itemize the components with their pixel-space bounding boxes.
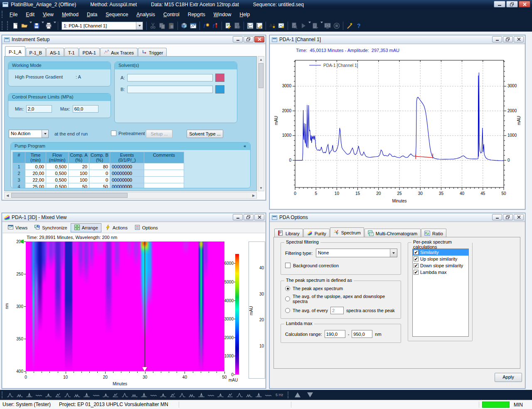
restore-button[interactable] — [244, 214, 254, 220]
tab-t-1[interactable]: T-1 — [64, 48, 79, 56]
report-view-icon[interactable] — [233, 21, 242, 30]
menu-item-sequence[interactable]: Sequence — [101, 10, 132, 19]
menubar-grip[interactable] — [2, 11, 4, 18]
radio-button[interactable] — [285, 286, 290, 291]
pump-cell[interactable]: 25,00 — [25, 183, 46, 189]
group-peaks-icon[interactable] — [225, 391, 235, 399]
solvent-type-button[interactable]: Solvent Type ... — [187, 130, 223, 138]
chart-window-icon[interactable] — [189, 21, 198, 30]
annotation-icon[interactable]: AA — [268, 21, 277, 30]
solvent-b-field[interactable] — [127, 86, 213, 93]
minimize-button[interactable] — [494, 1, 505, 7]
open-icon-dropdown[interactable] — [29, 23, 32, 28]
function-icon[interactable]: f — [202, 21, 211, 30]
tab-spectrum[interactable]: Spectrum — [330, 227, 364, 237]
report-run-icon[interactable] — [311, 21, 320, 30]
per-peak-item[interactable]: ✔Lambda max — [413, 269, 468, 276]
menu-item-analysis[interactable]: Analysis — [132, 10, 159, 19]
restore-button[interactable] — [503, 214, 513, 220]
spectra-count-field[interactable] — [330, 307, 344, 314]
mixed-view-titlebar[interactable]: PDA-1 [3D] - Mixed View — [2, 213, 266, 222]
pump-cell[interactable]: 00000000 — [110, 177, 144, 183]
collapse-button[interactable]: « — [244, 143, 246, 150]
tab-trigger[interactable]: Trigger — [138, 48, 167, 56]
channel-selector[interactable]: 1: PDA-1 [Channel 1] — [62, 22, 143, 30]
pump-cell[interactable]: 0,500 — [46, 177, 69, 183]
per-peak-item[interactable]: ✔Similarity — [413, 249, 468, 256]
chromatogram-titlebar[interactable]: PDA-1 [Channel 1] — [270, 35, 525, 44]
menu-item-help[interactable]: Help — [235, 10, 254, 19]
close-button[interactable] — [519, 1, 530, 7]
pump-cell[interactable]: 00000000 — [110, 183, 144, 189]
half-peak-icon[interactable] — [197, 391, 206, 399]
tangent-skim-icon[interactable] — [216, 391, 225, 399]
item-checkbox[interactable]: ✔ — [414, 250, 419, 255]
pump-cell[interactable]: 50 — [69, 183, 89, 189]
pump-program-table[interactable]: # Time(min)Flow(ml/min)Comp. A(%)Comp. B… — [12, 152, 184, 188]
tab-p-1-a[interactable]: P-1_A — [5, 46, 25, 56]
peak-spectrum-option[interactable]: The avg. of everyspectra across the peak — [285, 307, 399, 314]
menu-item-reports[interactable]: Reports — [184, 10, 209, 19]
pump-cell[interactable] — [144, 177, 184, 183]
minimize-button[interactable] — [492, 214, 502, 220]
manual-noise-icon[interactable] — [187, 391, 197, 399]
negative-peak-icon[interactable] — [168, 391, 177, 399]
restore-button[interactable] — [506, 1, 518, 7]
solvent-b-color-swatch[interactable] — [215, 85, 224, 94]
pump-cell[interactable]: 2 — [13, 170, 25, 177]
arrange-button[interactable]: Arrange — [71, 223, 101, 232]
pump-cell[interactable]: 0,500 — [46, 170, 69, 177]
report-run-icon-dropdown[interactable] — [320, 23, 323, 28]
pump-cell[interactable]: 100 — [69, 170, 89, 177]
filtering-type-select[interactable]: None — [316, 249, 397, 257]
width-peak-icon[interactable] — [235, 391, 244, 399]
area-sum-icon[interactable] — [206, 391, 216, 399]
print-icon-dropdown[interactable] — [53, 23, 56, 28]
background-correction-checkbox[interactable] — [285, 263, 291, 268]
solvent-a-field[interactable] — [127, 74, 213, 81]
minimize-button[interactable] — [492, 36, 502, 42]
split-peak-icon[interactable] — [63, 391, 72, 399]
scrollbar-thumb[interactable] — [259, 63, 264, 88]
tab-purity[interactable]: Purity — [303, 229, 330, 237]
spectrum-pane[interactable]: 40302010mAU — [249, 241, 265, 379]
function-edit-icon[interactable]: f — [211, 21, 220, 30]
pump-cell[interactable] — [144, 170, 184, 177]
actions-button[interactable]: Actions — [101, 223, 131, 232]
pump-cell[interactable]: 20,00 — [25, 170, 46, 177]
lambda-to-field[interactable] — [352, 330, 372, 338]
cut-icon[interactable] — [148, 21, 158, 30]
min-pressure-field[interactable] — [26, 105, 52, 113]
pump-cell[interactable]: 22,00 — [25, 177, 46, 183]
pump-table-row[interactable]: 322,000,500100000000000 — [13, 177, 184, 183]
time-cursor-marker[interactable] — [142, 367, 147, 371]
merge-peaks-icon[interactable] — [72, 391, 82, 399]
stop-icon[interactable] — [332, 21, 341, 30]
pump-cell[interactable]: 1 — [13, 163, 25, 170]
shoulder-peak-icon[interactable] — [82, 391, 91, 399]
options-button[interactable]: Options — [131, 223, 161, 232]
menu-item-view[interactable]: View — [39, 10, 58, 19]
radio-button[interactable] — [285, 296, 290, 301]
item-checkbox[interactable]: ✔ — [414, 256, 419, 261]
open-icon[interactable] — [20, 21, 29, 30]
scroll-up-icon[interactable]: ▲ — [258, 57, 264, 62]
run-icon-dropdown[interactable] — [308, 23, 311, 28]
pump-cell[interactable]: 80 — [89, 163, 110, 170]
horizontal-scrollbar[interactable]: ◀ ▶ — [4, 192, 257, 199]
pretreatment-checkbox[interactable] — [111, 131, 116, 136]
chromatogram-plot[interactable]: 0510152025303540455000100010002000200030… — [272, 55, 524, 209]
pump-cell[interactable]: 00000000 — [110, 170, 144, 177]
force-peak-icon[interactable] — [111, 391, 120, 399]
valley-peak-icon[interactable] — [53, 391, 63, 399]
menu-item-edit[interactable]: Edit — [22, 10, 39, 19]
scroll-down-icon[interactable]: ▼ — [258, 185, 264, 191]
reject-peak-icon[interactable] — [34, 391, 44, 399]
menu-item-method[interactable]: Method — [58, 10, 83, 19]
minimize-button[interactable] — [233, 36, 243, 42]
contour-map[interactable] — [26, 241, 224, 371]
close-button[interactable] — [254, 214, 264, 220]
question-peak-icon[interactable] — [264, 391, 273, 399]
save-icon-dropdown[interactable] — [41, 23, 44, 28]
solvent-a-color-swatch[interactable] — [215, 74, 224, 82]
